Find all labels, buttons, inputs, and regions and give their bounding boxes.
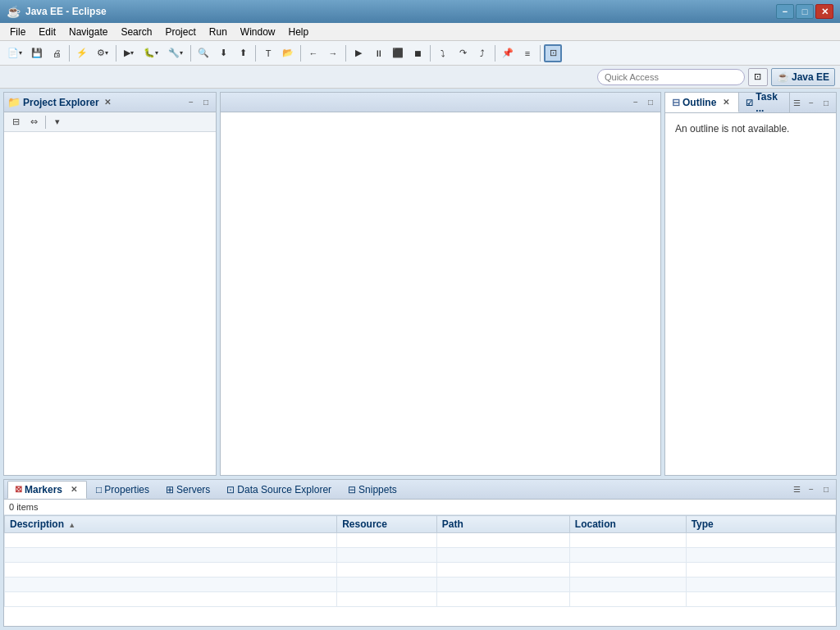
col-resource[interactable]: Resource <box>337 516 437 533</box>
project-explorer-close[interactable]: ✕ <box>102 97 113 108</box>
markers-table: Description ▲ Resource Path Location Typ… <box>4 515 836 607</box>
datasource-icon: ⊡ <box>226 484 235 495</box>
outline-tab[interactable]: ⊟ Outline ✕ <box>665 93 739 112</box>
resume-button[interactable]: ▶ <box>349 44 368 62</box>
markers-close[interactable]: ✕ <box>68 484 80 495</box>
pe-view-menu-button[interactable]: ▾ <box>49 114 66 130</box>
next-annotation-button[interactable]: ⬇ <box>214 44 232 62</box>
toolbar-separator-7 <box>430 45 431 62</box>
editor-area: − □ <box>220 92 661 476</box>
outline-view-menu-button[interactable]: ☰ <box>790 96 803 109</box>
toolbar-separator-1 <box>69 45 70 62</box>
datasource-tab[interactable]: ⊡ Data Source Explorer <box>219 481 339 499</box>
settings-button[interactable]: ⚙▾ <box>93 44 112 62</box>
editor-header-controls: − □ <box>629 96 657 109</box>
toolbar-separator-3 <box>190 45 191 62</box>
snippets-icon: ⊟ <box>348 484 356 495</box>
outline-maximize-button[interactable]: □ <box>819 96 833 109</box>
debug-button[interactable]: 🐛▾ <box>139 44 162 62</box>
menu-project[interactable]: Project <box>158 25 202 39</box>
col-path[interactable]: Path <box>436 516 569 533</box>
servers-icon: ⊞ <box>166 484 174 495</box>
menu-file[interactable]: File <box>3 25 32 39</box>
servers-tab[interactable]: ⊞ Servers <box>158 481 217 499</box>
outline-icon: ⊟ <box>672 97 680 108</box>
toolbar-separator-8 <box>495 45 495 62</box>
perspective-icon: ☕ <box>777 71 789 83</box>
snippets-tab[interactable]: ⊟ Snippets <box>340 481 404 499</box>
open-perspective-button[interactable]: ⊡ <box>748 68 768 86</box>
stop-button[interactable]: ⬛ <box>389 44 407 62</box>
table-row <box>5 578 836 592</box>
open-resource-button[interactable]: 📂 <box>279 44 297 62</box>
suspend-button[interactable]: ⏸ <box>369 44 387 62</box>
menu-run[interactable]: Run <box>203 25 234 39</box>
outline-minimize-button[interactable]: − <box>805 96 818 109</box>
markers-icon: ⊠ <box>15 484 22 495</box>
toolbar-separator-9 <box>540 45 541 62</box>
collapse-all-button[interactable]: ⊟ <box>7 114 24 130</box>
menu-navigate[interactable]: Navigate <box>62 25 114 39</box>
publish-button[interactable]: ⚡ <box>73 44 91 62</box>
table-row <box>5 533 836 548</box>
pin-button[interactable]: 📌 <box>499 44 517 62</box>
java-ee-perspective-button[interactable]: ☕ Java EE <box>771 68 835 86</box>
bottom-minimize-button[interactable]: − <box>805 483 818 496</box>
outline-unavailable-message: An outline is not available. <box>669 116 833 141</box>
new-button[interactable]: 📄▾ <box>3 44 26 62</box>
bottom-view-menu-button[interactable]: ☰ <box>790 483 803 496</box>
project-explorer-title: 📁 Project Explorer ✕ <box>7 96 113 108</box>
task-tab[interactable]: ☑ Task ... <box>739 93 790 112</box>
col-description[interactable]: Description ▲ <box>5 516 337 533</box>
bottom-maximize-button[interactable]: □ <box>819 483 833 496</box>
stepreturn-button[interactable]: ⤴ <box>473 44 491 62</box>
menu-help[interactable]: Help <box>282 25 316 39</box>
quick-access-input[interactable] <box>597 69 745 85</box>
perspective-toggle-button[interactable]: ⊡ <box>544 44 562 62</box>
minimize-button[interactable]: − <box>776 4 794 19</box>
use-step-button[interactable]: ≡ <box>518 44 536 62</box>
window-controls: − □ ✕ <box>776 4 833 19</box>
project-explorer-icon: 📁 <box>7 96 21 108</box>
properties-tab[interactable]: □ Properties <box>89 481 157 499</box>
ext-tools-button[interactable]: 🔧▾ <box>164 44 187 62</box>
markers-table-wrapper: Description ▲ Resource Path Location Typ… <box>4 515 836 626</box>
search-button[interactable]: 🔍 <box>194 44 212 62</box>
open-type-button[interactable]: T <box>259 44 277 62</box>
stepover-button[interactable]: ↷ <box>454 44 472 62</box>
stepinto-button[interactable]: ⤵ <box>434 44 452 62</box>
forward-button[interactable]: → <box>324 44 342 62</box>
menu-search[interactable]: Search <box>114 25 158 39</box>
markers-tab[interactable]: ⊠ Markers ✕ <box>7 481 87 499</box>
table-row <box>5 548 836 563</box>
toolbar-separator-4 <box>255 45 256 62</box>
outline-close[interactable]: ✕ <box>720 97 732 108</box>
table-row <box>5 592 836 607</box>
title-bar: ☕ Java EE - Eclipse − □ ✕ <box>0 0 840 23</box>
right-panels: ⊟ Outline ✕ ☑ Task ... ☰ − □ An o <box>664 92 837 476</box>
menu-edit[interactable]: Edit <box>32 25 62 39</box>
menu-bar: File Edit Navigate Search Project Run Wi… <box>0 23 840 41</box>
sort-arrow-description: ▲ <box>68 521 75 529</box>
col-type[interactable]: Type <box>686 516 835 533</box>
editor-header: − □ <box>221 93 660 112</box>
main-layout: 📁 Project Explorer ✕ − □ ⊟ ⇔ ▾ <box>0 89 840 630</box>
task-icon: ☑ <box>746 98 753 107</box>
restore-button[interactable]: □ <box>796 4 814 19</box>
editor-content[interactable] <box>221 112 660 475</box>
outline-tab-controls: ☰ − □ <box>790 93 836 112</box>
run-button[interactable]: ▶▾ <box>120 44 138 62</box>
back-button[interactable]: ← <box>304 44 322 62</box>
menu-window[interactable]: Window <box>234 25 282 39</box>
maximize-panel-button[interactable]: □ <box>199 96 212 109</box>
link-editor-button[interactable]: ⇔ <box>25 114 42 130</box>
minimize-panel-button[interactable]: − <box>185 96 198 109</box>
prev-annotation-button[interactable]: ⬆ <box>234 44 252 62</box>
col-location[interactable]: Location <box>569 516 686 533</box>
disconnect-button[interactable]: ⏹ <box>409 44 427 62</box>
editor-minimize-button[interactable]: − <box>629 96 642 109</box>
save-button[interactable]: 💾 <box>28 44 46 62</box>
close-button[interactable]: ✕ <box>815 4 833 19</box>
print-button[interactable]: 🖨 <box>48 44 66 62</box>
editor-maximize-button[interactable]: □ <box>644 96 657 109</box>
